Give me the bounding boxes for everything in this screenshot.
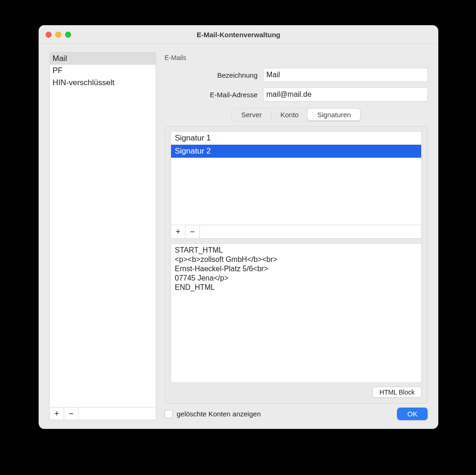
pm-bar-spacer [79,408,156,420]
remove-signature-button[interactable]: − [185,225,200,238]
plus-icon: + [54,409,60,418]
sidebar-item-account[interactable]: Mail [50,53,156,65]
signature-editor[interactable]: START_HTML <p><b>zollsoft GmbH</b><br> E… [171,243,422,383]
segmented-tabs: Server Konto Signaturen [231,108,361,121]
signature-pm-bar: + − [171,225,422,239]
sidebar-item-account[interactable]: HIN-verschlüsselt [50,77,156,89]
signature-footer: HTML Block [171,387,422,398]
signature-item[interactable]: Signatur 1 [171,132,421,145]
close-icon[interactable] [46,32,52,38]
sidebar-item-account[interactable]: PF [50,65,156,77]
signature-item[interactable]: Signatur 2 [171,145,421,158]
minimize-icon[interactable] [55,32,61,38]
signature-panel: Signatur 1 Signatur 2 + − [165,126,428,404]
html-block-button[interactable]: HTML Block [372,387,422,398]
signature-list[interactable]: Signatur 1 Signatur 2 [171,131,422,225]
detail-panel: E-Mails Bezeichnung E-Mail-Adresse Serve… [165,52,428,420]
minus-icon: − [69,409,74,418]
zoom-icon[interactable] [65,32,71,38]
content: Mail PF HIN-verschlüsselt + − [39,44,438,428]
section-label: E-Mails [165,54,428,61]
titlebar: E-Mail-Kontenverwaltung [39,26,438,44]
sidebar: Mail PF HIN-verschlüsselt + − [49,52,156,420]
add-signature-button[interactable]: + [171,225,185,238]
account-list[interactable]: Mail PF HIN-verschlüsselt [49,52,156,408]
bottom-row: gelöschte Konten anzeigen OK [165,408,428,420]
minus-icon: − [190,227,195,236]
form-row-bezeichnung: Bezeichnung [165,68,428,82]
bezeichnung-input[interactable] [263,68,428,82]
form-row-email: E-Mail-Adresse [165,87,428,101]
email-input[interactable] [263,87,428,101]
window-title: E-Mail-Kontenverwaltung [39,31,438,39]
email-label: E-Mail-Adresse [165,91,263,99]
show-deleted-label: gelöschte Konten anzeigen [177,410,261,418]
plus-icon: + [176,227,181,236]
show-deleted-checkbox[interactable]: gelöschte Konten anzeigen [165,410,261,418]
account-pm-bar: + − [49,408,156,420]
tab-konto[interactable]: Konto [271,109,308,120]
remove-account-button[interactable]: − [64,408,79,420]
pm-bar-spacer [200,225,421,238]
add-account-button[interactable]: + [50,408,64,420]
tab-server[interactable]: Server [232,109,271,120]
ok-button[interactable]: OK [397,408,428,420]
checkbox-icon [165,410,173,418]
bezeichnung-label: Bezeichnung [165,71,263,79]
traffic-lights [39,32,71,38]
window: E-Mail-Kontenverwaltung Mail PF HIN-vers… [39,25,438,429]
tab-signaturen[interactable]: Signaturen [308,109,360,120]
